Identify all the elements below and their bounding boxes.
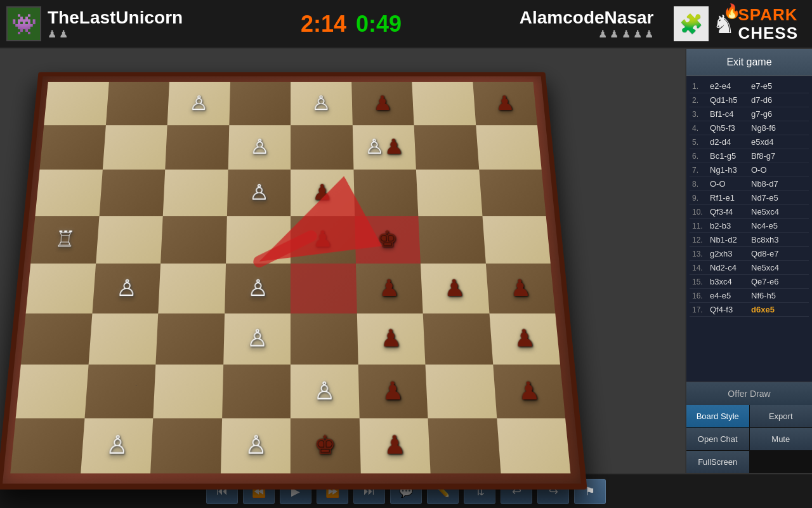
square-1-5[interactable]: ♙♟	[352, 125, 416, 170]
square-0-2[interactable]: ♙	[167, 82, 230, 125]
square-3-2[interactable]	[160, 216, 226, 264]
move-white[interactable]: Nb1-d2	[710, 235, 751, 244]
piece-wp[interactable]: ♙	[364, 137, 384, 157]
move-white[interactable]: Nd2-c4	[710, 263, 751, 272]
square-0-1[interactable]	[105, 82, 169, 125]
piece-wp[interactable]: ♙	[311, 93, 331, 114]
square-0-7[interactable]: ♟	[473, 82, 537, 125]
move-white[interactable]: O-O	[710, 179, 751, 189]
square-6-4[interactable]: ♙	[291, 364, 359, 418]
square-6-0[interactable]	[16, 364, 88, 418]
move-white[interactable]: b3xc4	[710, 277, 751, 286]
square-5-6[interactable]	[423, 313, 493, 364]
square-2-4[interactable]: ♟	[291, 170, 355, 216]
move-white[interactable]: Qf4-f3	[710, 305, 751, 314]
square-1-1[interactable]	[102, 125, 167, 170]
square-6-6[interactable]	[425, 364, 496, 418]
offer-draw-button[interactable]: Offer Draw	[686, 382, 812, 405]
square-4-5[interactable]: ♟	[355, 264, 422, 313]
mute-button[interactable]: Mute	[750, 428, 813, 450]
move-white[interactable]: e2-e4	[710, 81, 751, 91]
square-4-3[interactable]: ♙	[225, 264, 291, 313]
open-chat-button[interactable]: Open Chat	[686, 428, 749, 450]
square-0-5[interactable]: ♟	[351, 82, 414, 125]
move-black[interactable]: Nf6-h5	[751, 291, 792, 300]
square-1-7[interactable]	[476, 125, 542, 170]
square-5-3[interactable]: ♙	[223, 313, 291, 364]
square-0-0[interactable]	[44, 82, 108, 125]
piece-bp[interactable]: ♟	[494, 93, 515, 114]
piece-bp[interactable]: ♟	[312, 182, 332, 203]
move-white[interactable]: d2-d4	[710, 137, 751, 147]
move-black[interactable]: Nd7-e5	[751, 193, 792, 203]
piece-bp[interactable]: ♟	[378, 277, 400, 300]
square-4-2[interactable]	[158, 264, 225, 313]
piece-wp[interactable]: ♙	[247, 326, 268, 351]
move-white[interactable]: Bc1-g5	[710, 151, 751, 161]
move-black[interactable]: e5xd4	[751, 137, 792, 147]
square-7-2[interactable]	[150, 418, 222, 473]
move-white[interactable]: Ng1-h3	[710, 165, 751, 175]
square-4-7[interactable]: ♟	[485, 264, 555, 313]
square-3-0[interactable]: ♖	[30, 216, 99, 264]
move-black[interactable]: Bc8xh3	[751, 235, 792, 244]
move-black[interactable]: d6xe5	[751, 305, 792, 314]
piece-bk[interactable]: ♚	[377, 229, 398, 251]
square-4-4[interactable]	[291, 264, 357, 313]
piece-bp[interactable]: ♟	[383, 432, 406, 458]
piece-bp[interactable]: ♟	[380, 326, 402, 351]
square-7-4[interactable]: ♚	[291, 418, 360, 473]
piece-wp[interactable]: ♙	[245, 432, 267, 458]
move-black[interactable]: d7-d6	[751, 95, 792, 105]
square-0-4[interactable]: ♙	[291, 82, 352, 125]
square-0-6[interactable]	[412, 82, 475, 125]
piece-bp[interactable]: ♟	[313, 229, 333, 251]
piece-bp[interactable]: ♟	[372, 93, 392, 114]
square-2-7[interactable]	[479, 170, 546, 216]
square-2-2[interactable]	[163, 170, 228, 216]
move-black[interactable]: Bf8-g7	[751, 151, 792, 161]
move-white[interactable]: Rf1-e1	[710, 193, 751, 203]
export-button[interactable]: Export	[750, 405, 813, 427]
square-2-1[interactable]	[99, 170, 165, 216]
move-white[interactable]: Qd1-h5	[710, 95, 751, 105]
move-black[interactable]: Qe7-e6	[751, 277, 792, 286]
piece-wp[interactable]: ♙	[189, 93, 209, 114]
piece-bp[interactable]: ♟	[513, 326, 536, 351]
piece-bp[interactable]: ♟	[517, 378, 540, 403]
piece-wp[interactable]: ♙	[247, 277, 268, 300]
piece-wr[interactable]: ♖	[54, 229, 76, 251]
piece-wp[interactable]: ♙	[249, 137, 269, 157]
square-3-1[interactable]	[96, 216, 163, 264]
move-black[interactable]: Nb8-d7	[751, 179, 792, 189]
square-7-3[interactable]: ♙	[220, 418, 290, 473]
move-white[interactable]: g2xh3	[710, 249, 751, 258]
move-white[interactable]: e4-e5	[710, 291, 751, 300]
fullscreen-button[interactable]: FullScreen	[686, 451, 749, 473]
square-6-3[interactable]	[222, 364, 291, 418]
move-white[interactable]: Qf3-f4	[710, 207, 751, 217]
square-3-3[interactable]	[226, 216, 291, 264]
square-1-0[interactable]	[39, 125, 105, 170]
piece-bp[interactable]: ♟	[443, 277, 465, 300]
square-2-5[interactable]	[353, 170, 418, 216]
square-1-2[interactable]	[165, 125, 229, 170]
square-5-2[interactable]	[155, 313, 224, 364]
move-white[interactable]: Bf1-c4	[710, 109, 751, 119]
square-1-6[interactable]	[414, 125, 479, 170]
square-4-6[interactable]: ♟	[421, 264, 489, 313]
square-3-5[interactable]: ♚	[355, 216, 421, 264]
exit-game-button[interactable]: Exit game	[686, 49, 812, 76]
square-6-7[interactable]: ♟	[493, 364, 565, 418]
move-black[interactable]: Ne5xc4	[751, 263, 792, 272]
move-white[interactable]: b2-b3	[710, 221, 751, 231]
piece-bp[interactable]: ♟	[384, 137, 404, 157]
piece-wp[interactable]: ♙	[115, 277, 137, 300]
move-black[interactable]: g7-g6	[751, 109, 792, 119]
square-5-7[interactable]: ♟	[489, 313, 560, 364]
move-black[interactable]: Ng8-f6	[751, 123, 792, 133]
square-3-4[interactable]: ♟	[291, 216, 355, 264]
move-black[interactable]: O-O	[751, 165, 792, 175]
square-7-7[interactable]	[497, 418, 571, 473]
square-6-5[interactable]: ♟	[358, 364, 428, 418]
